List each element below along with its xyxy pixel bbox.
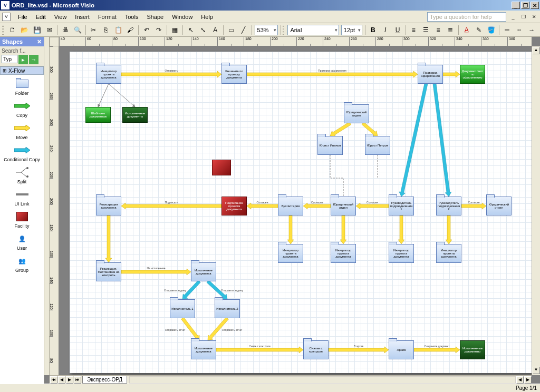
drawing-scroll-area[interactable]: ОтправитьПроверка оформленияПодписатьСог… [59,46,532,375]
menu-shape[interactable]: Shape [142,13,168,21]
menu-help[interactable]: Help [197,13,217,21]
toolbar-grip-2[interactable] [283,25,285,35]
minimize-button[interactable]: _ [512,2,520,9]
stencil-header[interactable]: X-Flow [0,66,44,75]
shapes-search-input[interactable] [2,55,17,63]
line-color-button[interactable]: ✎ [473,24,484,36]
diagram-shape[interactable]: Юридический отдел [486,197,512,215]
diagram-shape[interactable]: Исполненные документы [460,340,485,359]
diagram-shape[interactable]: Бухгалтерия [278,197,303,215]
shape-conditional-copy[interactable]: Conditional Copy [1,142,43,164]
redo-button[interactable]: ↷ [153,24,164,36]
shape-folder[interactable]: Folder [1,76,43,98]
diagram-shape[interactable]: Инициатор проекта документа [278,244,303,263]
shapes-search-go-button-2[interactable]: → [29,55,38,64]
diagram-shape[interactable]: Юридический отдел [331,197,356,215]
diagram-shape[interactable]: Решение по проекту документа [221,65,247,84]
font-combo[interactable]: Arial [287,25,339,35]
font-color-button[interactable]: A [461,24,472,36]
line-pattern-button[interactable]: ╌ [514,24,525,36]
rectangle-tool-button[interactable]: ▭ [226,24,237,36]
preview-button[interactable]: 🔍 [72,24,83,36]
diagram-shape[interactable]: Инициатор проекта документа [96,65,121,84]
menu-tools[interactable]: Tools [121,13,143,21]
help-search-input[interactable]: Type a question for help [427,12,506,22]
first-page-button[interactable]: ⏮ [50,376,57,384]
italic-button[interactable]: I [380,24,391,36]
mdi-close-button[interactable]: ✕ [531,13,538,21]
diagram-shape[interactable]: Юрист Петров [365,136,390,155]
menu-view[interactable]: View [50,13,71,21]
horizontal-scrollbar[interactable] [129,376,516,384]
fill-color-button[interactable]: 🪣 [486,24,497,36]
text-tool-button[interactable]: A [210,24,221,36]
next-page-button[interactable]: ▶ [66,376,73,384]
scroll-left-button[interactable]: ◀ [516,376,524,384]
menu-file[interactable]: File [14,13,32,21]
fontsize-combo[interactable]: 12pt [341,25,362,35]
diagram-shape[interactable]: Шаблоны документов [85,107,111,123]
undo-button[interactable]: ↶ [141,24,152,36]
diagram-shape[interactable]: Исполнение документа [191,262,216,281]
justify-button[interactable]: ≣ [445,24,456,36]
line-tool-button[interactable]: ╱ [238,24,249,36]
copy-button[interactable]: ⎘ [100,24,111,36]
diagram-shape[interactable]: Юридический отдел [344,104,369,123]
mdi-restore-button[interactable]: ❐ [520,13,527,21]
shape-user[interactable]: 👤User [1,231,43,253]
shape-copy[interactable]: Copy [1,98,43,120]
line-ends-button[interactable]: → [526,24,537,36]
diagram-shape[interactable]: Архив [389,340,414,359]
shapes-search-go-button[interactable]: ▸ [18,55,28,64]
shapes-window-button[interactable]: ▦ [169,24,180,36]
shape-group[interactable]: 👥Group [1,253,43,275]
shapes-pane-close-button[interactable]: ✕ [37,38,42,45]
diagram-shape[interactable]: Снятие с контроля [303,340,329,359]
diagram-shape[interactable]: Руководитель подразделения 2 [436,197,461,215]
diagram-shape[interactable]: Проверка оформления [418,65,443,84]
mail-button[interactable]: ✉ [44,24,55,36]
new-button[interactable]: 🗋 [7,24,18,36]
vertical-ruler[interactable]: 3002802602402202001801601401201008060402… [50,46,59,375]
toolbar-grip[interactable] [2,25,4,35]
scroll-right-button[interactable]: ▶ [524,376,532,384]
shape-facility[interactable]: Facility [1,209,43,231]
prev-page-button[interactable]: ◀ [58,376,65,384]
last-page-button[interactable]: ⏭ [74,376,81,384]
save-button[interactable]: 💾 [32,24,43,36]
scroll-down-button[interactable]: ▼ [533,367,540,374]
shape-split[interactable]: Split [1,164,43,187]
connector-tool-button[interactable]: ⤡ [197,24,208,36]
diagram-shape[interactable]: Инициатор проекта документа [331,244,356,263]
shape-move[interactable]: Move [1,120,43,142]
align-center-button[interactable]: ☰ [420,24,431,36]
zoom-combo[interactable]: 53% [255,25,278,35]
align-right-button[interactable]: ≡ [432,24,443,36]
diagram-shape[interactable]: Документ снят по оформлению [460,65,485,84]
pane-splitter[interactable] [44,37,50,375]
page-tab[interactable]: Экспресс-ОРД [82,376,127,384]
pointer-tool-button[interactable]: ↖ [185,24,196,36]
format-painter-button[interactable]: 🖌 [125,24,136,36]
diagram-shape[interactable]: Резолюция. Постановка на контроль [96,262,121,281]
diagram-shape[interactable]: Инициатор проекта документа [389,244,414,263]
diagram-shape[interactable]: Исполненные документы [122,107,148,123]
align-left-button[interactable]: ≡ [408,24,419,36]
diagram-shape[interactable]: Руководитель подразделения 1 [389,197,414,215]
menu-format[interactable]: Format [94,13,121,21]
print-button[interactable]: 🖶 [60,24,71,36]
diagram-shape[interactable]: Подписание проекта документа [221,197,247,215]
diagram-shape[interactable]: Юрист Иванов [317,136,343,155]
bold-button[interactable]: B [368,24,379,36]
paste-button[interactable]: 📋 [112,24,123,36]
line-weight-button[interactable]: ═ [502,24,513,36]
vertical-scrollbar[interactable]: ▲ ▼ [532,46,540,375]
diagram-shape[interactable]: Исполнитель 1 [170,299,195,318]
menu-window[interactable]: Window [168,13,197,21]
diagram-shape[interactable] [212,160,231,175]
diagram-shape[interactable]: Инициатор проекта документа [436,244,461,263]
cut-button[interactable]: ✂ [88,24,99,36]
diagram-shape[interactable]: Исполнитель 2 [215,299,240,318]
scroll-up-button[interactable]: ▲ [533,47,540,54]
underline-button[interactable]: U [392,24,403,36]
